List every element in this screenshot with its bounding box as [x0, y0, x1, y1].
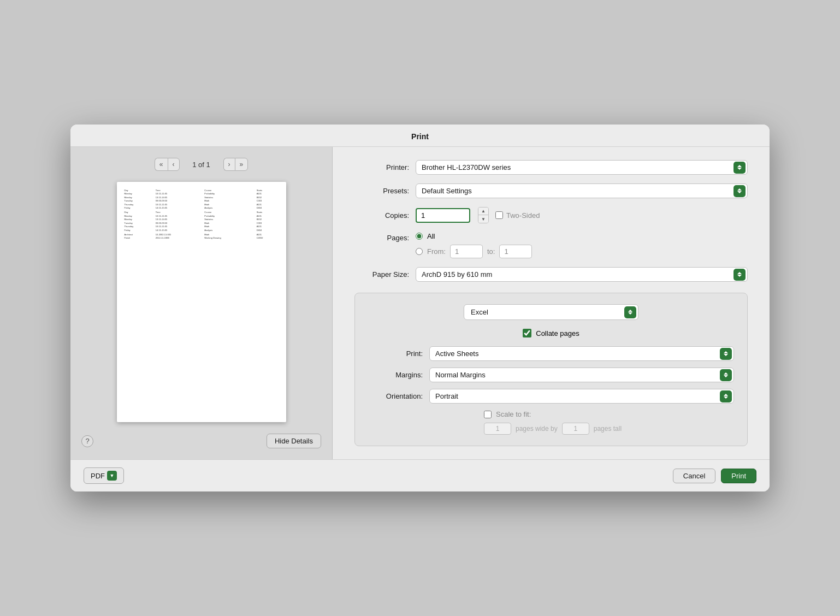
scale-to-fit-label: Scale to fit: — [496, 410, 531, 418]
pages-range-radio[interactable] — [416, 248, 423, 255]
print-button[interactable]: Print — [721, 469, 756, 483]
print-dialog: Print « ‹ 1 of 1 › » DayTimeCourse — [70, 125, 770, 491]
cancel-button[interactable]: Cancel — [673, 469, 715, 483]
prev-nav-group: « ‹ — [155, 158, 180, 171]
copies-row: Copies: 1 ▲ ▼ Two-Sided — [354, 207, 748, 223]
excel-section-select[interactable]: Excel — [464, 304, 638, 320]
pdf-label: PDF — [91, 472, 105, 480]
presets-row: Presets: Default Settings — [354, 183, 748, 198]
scale-to-fit-row: Scale to fit: — [368, 410, 734, 418]
presets-select[interactable]: Default Settings — [416, 183, 748, 198]
excel-orientation-row: Orientation: Portrait — [368, 389, 734, 404]
two-sided-option: Two-Sided — [495, 211, 540, 220]
pages-label: Pages: — [354, 234, 409, 242]
excel-margins-select-wrapper: Normal Margins — [429, 368, 734, 382]
left-panel: « ‹ 1 of 1 › » DayTimeCourseStarts Monda… — [70, 147, 333, 459]
pages-all-radio[interactable] — [416, 233, 423, 240]
excel-print-select[interactable]: Active Sheets — [429, 346, 734, 361]
printer-select[interactable]: Brother HL-L2370DW series — [416, 160, 748, 175]
first-page-button[interactable]: « — [155, 158, 168, 171]
excel-orientation-label: Orientation: — [368, 392, 423, 400]
excel-header: Excel — [368, 304, 734, 320]
excel-margins-select[interactable]: Normal Margins — [429, 368, 734, 382]
excel-print-row: Print: Active Sheets — [368, 346, 734, 361]
hide-details-button[interactable]: Hide Details — [267, 434, 321, 448]
collate-row: Collate pages — [368, 329, 734, 337]
pages-from-input[interactable] — [450, 245, 483, 258]
pages-dimensions-row: pages wide by pages tall — [368, 423, 734, 435]
excel-margins-row: Margins: Normal Margins — [368, 368, 734, 382]
pages-tall-input[interactable] — [562, 423, 589, 435]
right-panel: Printer: Brother HL-L2370DW series Prese… — [333, 147, 770, 459]
dialog-footer: PDF ▼ Cancel Print — [70, 459, 770, 491]
pages-from-label: From: — [427, 247, 446, 256]
paper-size-row: Paper Size: ArchD 915 by 610 mm — [354, 267, 748, 282]
paper-size-select[interactable]: ArchD 915 by 610 mm — [416, 267, 748, 282]
page-preview: DayTimeCourseStarts Monday10:15-11:05Pro… — [117, 182, 286, 422]
excel-orientation-select-wrapper: Portrait — [429, 389, 734, 404]
scale-to-fit-checkbox[interactable] — [484, 411, 492, 418]
excel-select-wrapper: Excel — [464, 304, 638, 320]
prev-page-button[interactable]: ‹ — [168, 158, 180, 171]
page-navigation: « ‹ 1 of 1 › » — [81, 158, 321, 171]
pages-to-label: to: — [487, 247, 495, 256]
pages-row: Pages: All From: to: — [354, 232, 748, 258]
presets-label: Presets: — [354, 187, 409, 195]
copies-decrement-button[interactable]: ▼ — [478, 215, 488, 223]
pages-wide-input[interactable] — [484, 423, 511, 435]
left-panel-footer: ? Hide Details — [81, 423, 321, 448]
paper-size-label: Paper Size: — [354, 270, 409, 279]
printer-select-wrapper: Brother HL-L2370DW series — [416, 160, 748, 175]
excel-print-select-wrapper: Active Sheets — [429, 346, 734, 361]
presets-select-wrapper: Default Settings — [416, 183, 748, 198]
excel-section: Excel Collate pages Print: Active Shee — [354, 293, 748, 446]
excel-orientation-select[interactable]: Portrait — [429, 389, 734, 404]
pdf-chevron-icon: ▼ — [107, 471, 117, 481]
copies-label: Copies: — [354, 211, 409, 220]
pages-to-input[interactable] — [499, 245, 532, 258]
excel-print-label: Print: — [368, 350, 423, 358]
pages-all-row: All — [416, 232, 532, 240]
pages-tall-text: pages tall — [594, 425, 622, 433]
footer-right: Cancel Print — [673, 469, 756, 483]
two-sided-checkbox[interactable] — [495, 211, 503, 219]
excel-margins-label: Margins: — [368, 371, 423, 379]
copies-stepper: ▲ ▼ — [478, 207, 489, 223]
pages-options: All From: to: — [416, 232, 532, 258]
dialog-title: Print — [70, 125, 770, 147]
collate-label: Collate pages — [536, 329, 579, 337]
copies-increment-button[interactable]: ▲ — [478, 208, 488, 215]
last-page-button[interactable]: » — [235, 158, 249, 171]
next-nav-group: › » — [223, 158, 249, 171]
pages-wide-text: pages wide by — [516, 425, 558, 433]
printer-label: Printer: — [354, 163, 409, 171]
pdf-chevron-down: ▼ — [110, 473, 115, 478]
preview-content: DayTimeCourseStarts Monday10:15-11:05Pro… — [117, 182, 286, 251]
two-sided-label: Two-Sided — [506, 211, 540, 220]
dialog-body: « ‹ 1 of 1 › » DayTimeCourseStarts Monda… — [70, 147, 770, 459]
pages-all-label: All — [427, 232, 435, 240]
next-page-button[interactable]: › — [223, 158, 235, 171]
collate-checkbox[interactable] — [523, 329, 531, 337]
page-count: 1 of 1 — [185, 161, 218, 169]
paper-size-select-wrapper: ArchD 915 by 610 mm — [416, 267, 748, 282]
pdf-button[interactable]: PDF ▼ — [84, 467, 124, 484]
printer-row: Printer: Brother HL-L2370DW series — [354, 160, 748, 175]
help-button[interactable]: ? — [81, 435, 93, 447]
copies-input[interactable]: 1 — [416, 208, 470, 223]
pages-from-row: From: to: — [416, 245, 532, 258]
preview-table: DayTimeCourseStarts Monday10:15-11:05Pro… — [123, 188, 280, 240]
